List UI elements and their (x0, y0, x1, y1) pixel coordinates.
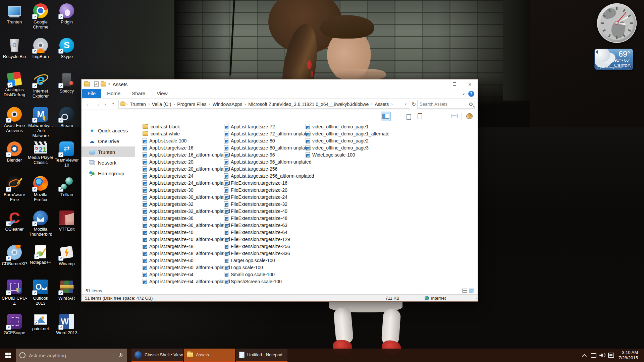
file-item[interactable]: AppList.targetsize-96_altform-unplated (224, 158, 306, 165)
volume-icon[interactable] (599, 352, 606, 358)
desktop-icon-auslogics-diskdefrag[interactable]: ↗Auslogics DiskDefrag (1, 70, 28, 105)
sidebar-item-onedrive[interactable]: ☁OneDrive (82, 136, 135, 146)
file-item[interactable]: video_offline_demo_page3 (306, 144, 387, 151)
file-item[interactable]: SplashScreen.scale-100 (224, 278, 306, 285)
file-item[interactable]: video_offline_demo_page2 (306, 137, 387, 144)
help-icon[interactable]: ? (468, 91, 474, 97)
breadcrumb-item[interactable]: Program Files (175, 102, 208, 107)
file-item[interactable]: AppList.targetsize-60_altform-unplated (143, 264, 224, 271)
copy-button[interactable] (404, 112, 414, 121)
file-item[interactable]: contrast-white (143, 130, 224, 137)
desktop-icon-mozilla-firefox[interactable]: ↗Mozilla Firefox (28, 174, 54, 208)
explorer-search-input[interactable] (420, 102, 467, 107)
tray-clock[interactable]: 3:10 AM 7/28/2015 (616, 350, 638, 361)
file-item[interactable]: WideLogo.scale-100 (306, 151, 387, 158)
paste-button[interactable] (415, 112, 425, 121)
taskbar-button-notepad[interactable]: Untitled - Notepad (236, 349, 287, 362)
refresh-icon[interactable]: ↻ (412, 101, 416, 107)
tab-view[interactable]: View (151, 89, 173, 98)
desktop-icon-steam[interactable]: ↗Steam (54, 105, 80, 139)
desktop-icon-mozilla-thunderbird[interactable]: ↗Mozilla Thunderbird (28, 208, 54, 243)
desktop-icon-avast-free-antivirus[interactable]: ↗Avast Free Antivirus (1, 105, 28, 139)
ribbon-expand-icon[interactable]: ∨ (462, 92, 465, 96)
minimize-button[interactable]: – (431, 79, 447, 89)
file-item[interactable]: AppList.targetsize-20_altform-unplated (143, 165, 224, 172)
file-item[interactable]: FileExtension.targetsize-16 (224, 179, 306, 186)
desktop-icon-paint-net[interactable]: ↗paint.net (28, 312, 54, 347)
file-item[interactable]: FileExtension.targetsize-336 (224, 250, 306, 257)
up-button[interactable]: ↑ (109, 100, 117, 108)
desktop-icon-media-player-classic[interactable]: 321↗Media Player Classic (28, 139, 54, 174)
start-button[interactable] (0, 349, 16, 362)
file-item[interactable]: FileExtension.targetsize-20 (224, 186, 306, 193)
file-item[interactable]: AppList.targetsize-20 (143, 158, 224, 165)
sidebar-item-trunten[interactable]: Trunten (82, 146, 135, 157)
file-item[interactable]: AppList.targetsize-48 (143, 243, 224, 250)
tab-file[interactable]: File (82, 89, 101, 98)
file-item[interactable]: FileExtension.targetsize-40 (224, 207, 306, 215)
breadcrumb-item[interactable]: Vella (C:) (150, 102, 173, 107)
resize-grip[interactable] (472, 295, 478, 301)
qat-customize-icon[interactable]: ▾ (108, 82, 110, 86)
file-item[interactable]: AppList.targetsize-256_altform-unplated (224, 172, 306, 179)
file-item[interactable]: FileExtension.targetsize-256 (224, 243, 306, 250)
weather-prev-arrow-icon[interactable] (596, 50, 598, 54)
tab-home[interactable]: Home (101, 89, 126, 98)
breadcrumb-item[interactable]: Microsoft.ZuneVideo_3.6.11821.0_x64__8we… (246, 102, 371, 107)
file-item[interactable]: AppList.targetsize-80_altform-unplated (224, 144, 306, 151)
file-item[interactable]: FileExtension.targetsize-32 (224, 200, 306, 207)
file-item[interactable]: video_offline_demo_page1 (306, 123, 387, 130)
network-icon[interactable] (590, 353, 597, 358)
forward-button[interactable]: → (94, 100, 102, 108)
file-item[interactable]: FileExtension.targetsize-48 (224, 215, 306, 222)
delete-button[interactable] (426, 112, 436, 121)
desktop-icon-skype[interactable]: ↗Skype (54, 36, 80, 70)
cut-button[interactable] (392, 112, 402, 121)
desktop-icon-gcfscape[interactable]: ↗GCFScape (1, 312, 28, 347)
file-item[interactable]: AppList.targetsize-80 (224, 137, 306, 144)
desktop-icon-notepad-plus-plus[interactable]: ↗Notepad++ (28, 243, 54, 278)
desktop-icon-trunten[interactable]: Trunten (1, 1, 28, 36)
file-item[interactable]: AppList.targetsize-72 (224, 123, 306, 130)
desktop-icon-blender[interactable]: ↗Blender (1, 139, 28, 174)
close-button[interactable]: × (462, 79, 478, 89)
clock-gadget[interactable] (597, 3, 637, 43)
file-item[interactable]: FileExtension.targetsize-129 (224, 236, 306, 243)
sidebar-item-network[interactable]: Network (82, 157, 135, 168)
desktop-icon-cdburnerxp[interactable]: ↗CDBurnerXP (1, 243, 28, 278)
classic-shell-button[interactable] (464, 112, 474, 121)
sidebar-item-quick-access[interactable]: ★Quick access (82, 125, 135, 136)
recent-locations-icon[interactable]: ∨ (103, 100, 108, 108)
file-item[interactable]: AppList.targetsize-60 (143, 257, 224, 264)
sidebar-item-homegroup[interactable]: Homegroup (82, 168, 135, 179)
breadcrumb-item[interactable]: Assets (373, 102, 391, 107)
microphone-icon[interactable] (119, 353, 122, 358)
file-item[interactable]: contrast-black (143, 123, 224, 130)
desktop-icon-word-2013[interactable]: ↗Word 2013 (54, 312, 80, 347)
desktop-icon-malwarebytes-anti-malware[interactable]: ↗Malwarebyt... Anti-Malware (28, 105, 54, 139)
weather-gadget[interactable]: 69° 91° - 66° Canton (C) Wunderground ▾ (594, 49, 633, 70)
file-item[interactable]: video_offline_demo_page1_alternate (306, 130, 387, 137)
file-item[interactable]: AppList.targetsize-256 (224, 165, 306, 172)
file-item[interactable]: AppList.targetsize-40 (143, 229, 224, 236)
file-item[interactable]: AppList.targetsize-30 (143, 186, 224, 193)
taskbar-button-classic-shell[interactable]: Classic Shell • View ... (131, 349, 183, 362)
file-item[interactable]: AppList.targetsize-64_altform-unplated (143, 278, 224, 285)
desktop-icon-internet-explorer[interactable]: ↗Internet Explorer (28, 70, 54, 105)
file-item[interactable]: AppList.targetsize-30_altform-unplated (143, 193, 224, 200)
action-center-icon[interactable] (608, 353, 614, 358)
file-item[interactable]: AppList.targetsize-24 (143, 172, 224, 179)
cortana-search-box[interactable] (16, 349, 127, 362)
desktop-icon-teamviewer-10[interactable]: ↗TeamViewer 10 (54, 139, 80, 174)
desktop-icon-trillian[interactable]: ↗Trillian (54, 174, 80, 208)
explorer-titlebar[interactable]: ▾ Assets – × (82, 79, 478, 89)
file-item[interactable]: AppList.targetsize-72_altform-unplated (224, 130, 306, 137)
file-item[interactable]: AppList.scale-100 (143, 137, 224, 144)
breadcrumb-item[interactable]: WindowsApps (210, 102, 244, 107)
new-folder-icon[interactable] (101, 82, 106, 86)
desktop-icon-imgburn[interactable]: ↗ImgBurn (28, 36, 54, 70)
taskbar-button-assets[interactable]: Assets (184, 349, 235, 362)
file-item[interactable]: AppList.targetsize-16 (143, 144, 224, 151)
desktop-icon-cpuid-cpu-z[interactable]: ↗CPUID CPU-Z (1, 278, 28, 312)
back-button[interactable]: ← (84, 100, 92, 108)
